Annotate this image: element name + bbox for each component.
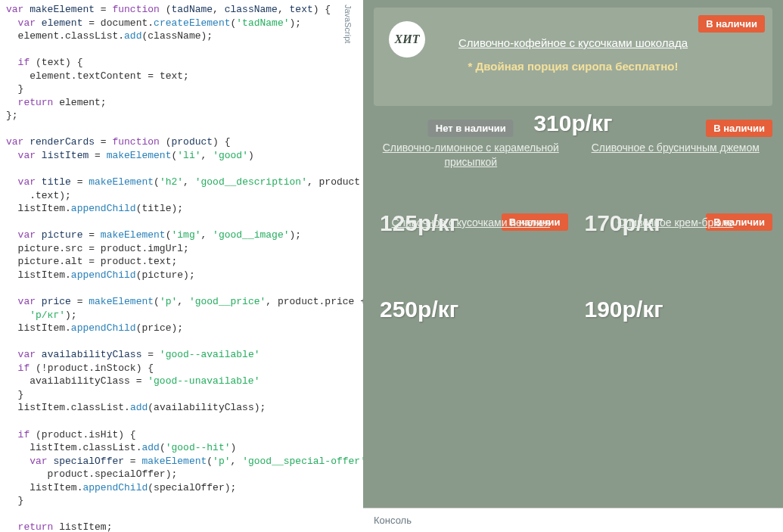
code-line[interactable] — [6, 415, 357, 428]
product-title: Сливочное с кусочками печенья — [374, 216, 568, 230]
language-label: JavaScript — [343, 5, 353, 43]
code-line[interactable]: if (product.isHit) { — [6, 428, 357, 442]
product-title: Сливочно-кофейное с кусочками шоколада — [389, 35, 757, 51]
code-line[interactable]: var element = document.createElement('ta… — [6, 17, 357, 30]
product-price: 190р/кг — [579, 297, 773, 322]
code-line[interactable]: listItem.appendChild(title); — [6, 202, 357, 216]
product-title: Сливочное с брусничным джемом — [579, 141, 773, 155]
code-line[interactable]: product.specialOffer); — [6, 468, 357, 481]
code-line[interactable] — [6, 216, 357, 229]
code-line[interactable]: var title = makeElement('h2', 'good__des… — [6, 176, 357, 189]
stock-badge: В наличии — [706, 120, 772, 137]
code-line[interactable]: } — [6, 82, 357, 96]
code-lines[interactable]: var makeElement = function (tadName, cla… — [6, 3, 357, 532]
code-line[interactable]: if (!product.inStock) { — [6, 362, 357, 375]
stock-badge: В наличии — [698, 15, 765, 33]
code-line[interactable]: } — [6, 494, 357, 508]
product-title: Сливочное крем-брюле — [579, 216, 773, 230]
code-line[interactable] — [6, 508, 357, 521]
code-line[interactable]: var price = makeElement('p', 'good__pric… — [6, 295, 357, 309]
code-line[interactable]: listItem.classList.add(availabilityClass… — [6, 401, 357, 415]
code-line[interactable] — [6, 123, 357, 136]
code-line[interactable]: element.textContent = text; — [6, 70, 357, 83]
console-bar[interactable]: Консоль — [363, 508, 783, 532]
preview-pane: ХИТ В наличии Сливочно-кофейное с кусочк… — [363, 0, 783, 532]
code-line[interactable]: var picture = makeElement('img', 'good__… — [6, 229, 357, 242]
code-line[interactable]: var listItem = makeElement('li', 'good') — [6, 149, 357, 163]
product-price: 250р/кг — [374, 297, 568, 322]
code-line[interactable]: }; — [6, 109, 357, 123]
code-line[interactable]: listItem.appendChild(specialOffer); — [6, 481, 357, 495]
code-line[interactable]: return listItem; — [6, 521, 357, 532]
product-title: Сливочно-лимонное с карамельной присыпко… — [374, 141, 568, 170]
code-line[interactable]: var specialOffer = makeElement('p', 'goo… — [6, 455, 357, 468]
code-line[interactable] — [6, 335, 357, 349]
code-line[interactable]: return element; — [6, 96, 357, 110]
code-line[interactable]: } — [6, 388, 357, 402]
code-line[interactable]: element.classList.add(className); — [6, 30, 357, 43]
code-line[interactable] — [6, 282, 357, 295]
code-line[interactable]: picture.alt = product.text; — [6, 255, 357, 269]
code-line[interactable]: var makeElement = function (tadName, cla… — [6, 3, 357, 17]
code-line[interactable]: listItem.classList.add('good--hit') — [6, 441, 357, 455]
code-editor[interactable]: JavaScript var makeElement = function (t… — [0, 0, 363, 532]
code-line[interactable]: picture.src = product.imgUrl; — [6, 242, 357, 256]
code-line[interactable]: .text); — [6, 189, 357, 203]
code-line[interactable] — [6, 163, 357, 176]
preview-content[interactable]: ХИТ В наличии Сливочно-кофейное с кусочк… — [363, 0, 783, 508]
code-line[interactable]: var availabilityClass = 'good--available… — [6, 348, 357, 362]
product-card: В наличии Сливочное с брусничным джемом — [579, 120, 773, 210]
code-line[interactable]: listItem.appendChild(picture); — [6, 269, 357, 282]
product-card: Нет в наличии Сливочно-лимонное с караме… — [374, 120, 568, 210]
stock-badge: Нет в наличии — [428, 120, 514, 137]
code-line[interactable]: if (text) { — [6, 56, 357, 70]
product-card: В наличии 170р/кг Сливочное крем-брюле — [579, 213, 773, 266]
code-line[interactable]: var renderCards = function (product) { — [6, 135, 357, 149]
special-offer: Двойная порция сиропа бесплатно! — [389, 58, 757, 74]
code-line[interactable]: availabilityClass = 'good--unavailable' — [6, 375, 357, 388]
code-line[interactable]: 'р/кг'); — [6, 309, 357, 322]
code-line[interactable] — [6, 43, 357, 57]
hit-card: ХИТ В наличии Сливочно-кофейное с кусочк… — [374, 8, 772, 106]
code-line[interactable]: listItem.appendChild(price); — [6, 322, 357, 335]
product-card: В наличии 125р/кг Сливочное с кусочками … — [374, 213, 568, 266]
